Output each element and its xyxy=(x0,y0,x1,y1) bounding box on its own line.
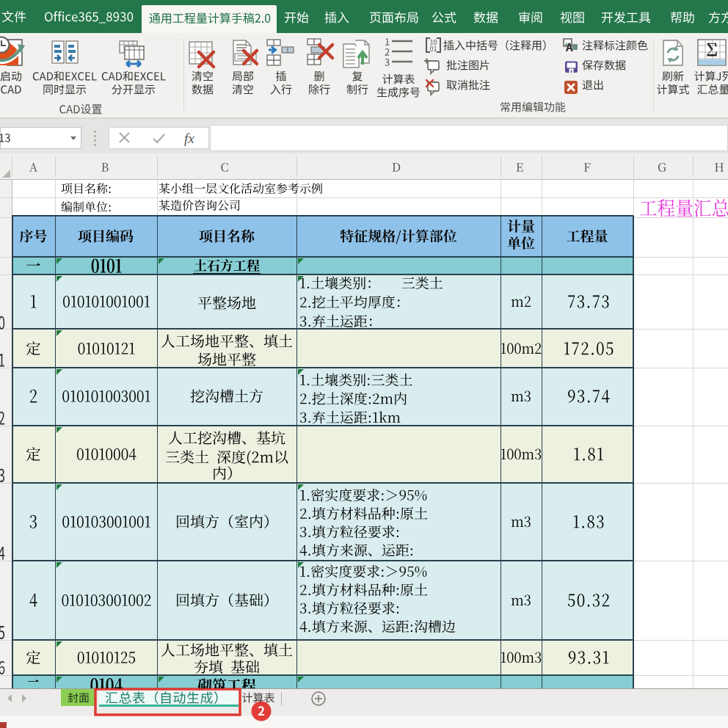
svg-text:fx: fx xyxy=(184,131,194,146)
